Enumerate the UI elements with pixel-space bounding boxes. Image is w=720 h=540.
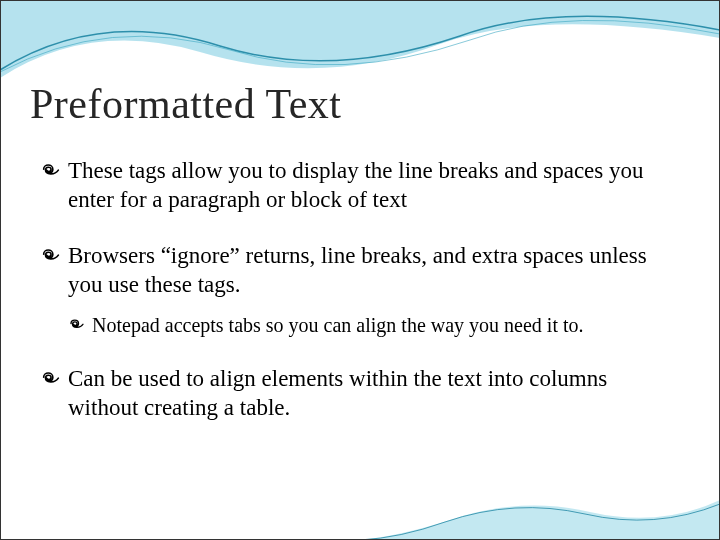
- decorative-wave-bottom: [0, 490, 720, 540]
- swirl-bullet-icon: [40, 160, 62, 182]
- swirl-bullet-icon: [40, 368, 62, 390]
- bullet-text: Can be used to align elements within the…: [68, 364, 680, 423]
- bullet-item: Can be used to align elements within the…: [40, 364, 680, 423]
- bullet-item: These tags allow you to display the line…: [40, 156, 680, 215]
- bullet-text: These tags allow you to display the line…: [68, 156, 680, 215]
- slide-title: Preformatted Text: [30, 80, 342, 128]
- slide: { "title": "Preformatted Text", "bullets…: [0, 0, 720, 540]
- bullet-text: Notepad accepts tabs so you can align th…: [92, 312, 680, 338]
- bullet-sub-item: Notepad accepts tabs so you can align th…: [68, 312, 680, 338]
- bullet-text: Browsers “ignore” returns, line breaks, …: [68, 241, 680, 300]
- swirl-bullet-icon: [40, 245, 62, 267]
- slide-body: These tags allow you to display the line…: [40, 156, 680, 449]
- bullet-item: Browsers “ignore” returns, line breaks, …: [40, 241, 680, 300]
- decorative-wave-top: [0, 0, 720, 90]
- swirl-bullet-icon: [68, 316, 86, 334]
